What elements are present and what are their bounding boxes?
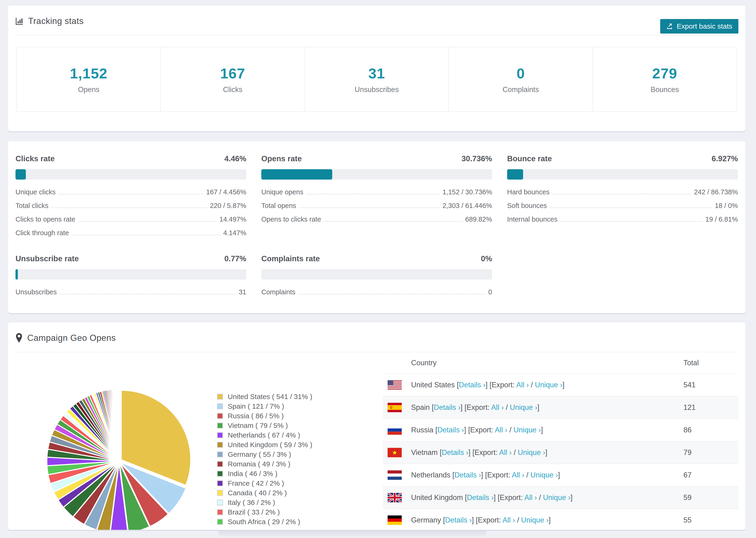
summary-value: 279 xyxy=(652,65,677,82)
legend-swatch xyxy=(217,422,223,429)
total-cell: 541 xyxy=(683,381,734,389)
legend-label: Romania ( 49 / 3% ) xyxy=(228,460,291,468)
table-row: Russia [Details ›] [Export: All › / Uniq… xyxy=(383,419,739,442)
detail-label: Internal bounces xyxy=(507,215,557,223)
detail-label: Unique opens xyxy=(261,188,303,196)
rate-panel: Clicks rate4.46%Unique clicks167 / 4.456… xyxy=(16,154,246,239)
rate-value: 6.927% xyxy=(712,154,738,163)
detail-row: Hard bounces242 / 86.738% xyxy=(507,185,738,198)
detail-row: Internal bounces19 / 6.81% xyxy=(507,212,738,226)
details-link[interactable]: Details › xyxy=(442,448,468,457)
total-cell: 59 xyxy=(683,493,734,502)
total-cell: 86 xyxy=(683,426,734,434)
details-link[interactable]: Details › xyxy=(467,493,494,502)
progress-bar-fill xyxy=(261,169,332,180)
detail-label: Click through rate xyxy=(16,229,69,237)
legend-item: Romania ( 49 / 3% ) xyxy=(217,459,312,469)
column-header-total: Total xyxy=(683,359,734,367)
table-row: Netherlands [Details ›] [Export: All › /… xyxy=(383,464,739,487)
campaign-geo-opens-card: Campaign Geo Opens United States ( 541 /… xyxy=(8,322,746,530)
geo-opens-pie-chart xyxy=(37,379,201,530)
country-cell: United Kingdom [Details ›] [Export: All … xyxy=(388,493,683,502)
detail-row: Unique opens1,152 / 30.736% xyxy=(261,185,492,198)
legend-label: Spain ( 121 / 7% ) xyxy=(228,402,284,410)
country-cell: Netherlands [Details ›] [Export: All › /… xyxy=(388,470,683,480)
legend-label: Germany ( 55 / 3% ) xyxy=(228,451,291,458)
rate-detail-rows: Complaints0 xyxy=(261,285,492,298)
export-all-link[interactable]: All › xyxy=(503,516,515,524)
export-all-link[interactable]: All › xyxy=(491,403,504,411)
rate-panel-header: Clicks rate4.46% xyxy=(16,154,246,163)
detail-value: 4.147% xyxy=(223,229,246,237)
export-unique-link[interactable]: Unique › xyxy=(510,403,537,411)
legend-item: Russia ( 86 / 5% ) xyxy=(217,411,312,421)
legend-item: Italy ( 36 / 2% ) xyxy=(217,498,312,507)
dotted-leader xyxy=(58,194,203,194)
export-basic-stats-button[interactable]: Export basic stats xyxy=(660,19,738,33)
progress-bar-fill xyxy=(16,269,18,280)
column-header-country: Country xyxy=(388,359,683,367)
details-link[interactable]: Details › xyxy=(454,471,481,479)
summary-cell: 1,152Opens xyxy=(17,47,161,112)
country-flag-icon xyxy=(388,493,402,502)
rate-panel: Unsubscribe rate0.77%Unsubscribes31 xyxy=(16,254,246,298)
rate-panel-header: Complaints rate0% xyxy=(261,254,492,263)
summary-cell: 167Clicks xyxy=(161,47,305,112)
tracking-stats-title: Tracking stats xyxy=(28,16,83,26)
summary-label: Bounces xyxy=(651,85,679,94)
legend-swatch xyxy=(217,432,223,438)
rate-value: 30.736% xyxy=(461,154,492,163)
detail-value: 220 / 5.87% xyxy=(210,202,246,210)
legend-item: Vietnam ( 79 / 5% ) xyxy=(217,421,312,430)
detail-label: Unique clicks xyxy=(16,188,56,196)
details-link[interactable]: Details › xyxy=(434,403,460,411)
legend-swatch xyxy=(217,480,223,486)
dotted-leader xyxy=(306,194,440,194)
legend-item: Brazil ( 33 / 2% ) xyxy=(217,507,312,517)
export-unique-link[interactable]: Unique › xyxy=(535,381,562,389)
rate-panel: Opens rate30.736%Unique opens1,152 / 30.… xyxy=(261,154,492,239)
summary-cell: 31Unsubscribes xyxy=(305,47,449,112)
legend-swatch xyxy=(217,519,223,525)
legend-label: Netherlands ( 67 / 4% ) xyxy=(228,431,300,439)
legend-label: Canada ( 40 / 2% ) xyxy=(228,489,287,497)
country-links: United Kingdom [Details ›] [Export: All … xyxy=(411,493,573,502)
detail-row: Complaints0 xyxy=(261,285,492,298)
country-links: Russia [Details ›] [Export: All › / Uniq… xyxy=(411,426,543,434)
export-unique-link[interactable]: Unique › xyxy=(521,516,549,524)
pie-legend: United States ( 541 / 31% )Spain ( 121 /… xyxy=(217,392,312,526)
geo-body: United States ( 541 / 31% )Spain ( 121 /… xyxy=(8,352,745,521)
rates-grid: Clicks rate4.46%Unique clicks167 / 4.456… xyxy=(8,141,745,308)
details-link[interactable]: Details › xyxy=(437,426,464,434)
legend-label: Brazil ( 33 / 2% ) xyxy=(228,508,280,516)
export-all-link[interactable]: All › xyxy=(512,471,524,479)
export-unique-link[interactable]: Unique › xyxy=(543,493,570,502)
export-all-link[interactable]: All › xyxy=(499,448,512,457)
rate-value: 0.77% xyxy=(224,254,246,263)
detail-value: 689.82% xyxy=(465,215,492,223)
detail-row: Click through rate4.147% xyxy=(16,226,246,239)
legend-label: Italy ( 36 / 2% ) xyxy=(228,499,275,507)
export-all-link[interactable]: All › xyxy=(495,426,507,434)
details-link[interactable]: Details › xyxy=(445,516,472,524)
detail-row: Clicks to opens rate14.497% xyxy=(16,212,246,226)
details-link[interactable]: Details › xyxy=(459,381,486,389)
export-all-link[interactable]: All › xyxy=(524,493,537,502)
table-header-row: Country Total xyxy=(383,352,739,374)
export-all-link[interactable]: All › xyxy=(516,381,529,389)
detail-value: 14.497% xyxy=(220,215,246,223)
rate-panel-header: Bounce rate6.927% xyxy=(507,154,738,163)
bar-chart-icon xyxy=(15,17,24,26)
country-flag-icon xyxy=(388,403,402,412)
dotted-leader xyxy=(298,294,486,295)
legend-item: Netherlands ( 67 / 4% ) xyxy=(217,430,312,440)
rate-detail-rows: Unique clicks167 / 4.456%Total clicks220… xyxy=(16,185,246,239)
export-unique-link[interactable]: Unique › xyxy=(513,426,541,434)
country-cell: Vietnam [Details ›] [Export: All › / Uni… xyxy=(388,448,683,457)
export-unique-link[interactable]: Unique › xyxy=(518,448,545,457)
total-cell: 121 xyxy=(683,403,734,412)
export-unique-link[interactable]: Unique › xyxy=(530,471,558,479)
dotted-leader xyxy=(560,221,702,222)
detail-row: Unique clicks167 / 4.456% xyxy=(16,185,246,198)
pie-slice xyxy=(119,389,119,458)
